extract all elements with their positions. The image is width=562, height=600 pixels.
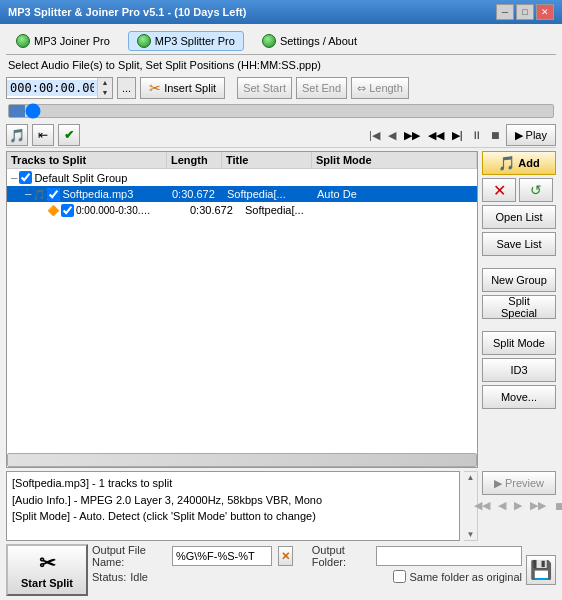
tab-splitter[interactable]: MP3 Splitter Pro — [128, 31, 244, 51]
output-filename-row: Output File Name: ✕ Output Folder: — [92, 544, 522, 568]
group-checkbox[interactable] — [19, 171, 32, 184]
save-output-button[interactable]: 💾 — [526, 555, 556, 585]
same-folder-checkbox[interactable] — [393, 570, 406, 583]
open-list-label: Open List — [495, 211, 542, 223]
save-icon: 💾 — [530, 559, 552, 581]
rew-button[interactable]: ◀◀ — [425, 128, 447, 143]
title-bar: MP3 Splitter & Joiner Pro v5.1 - (10 Day… — [0, 0, 562, 24]
play-icon: ▶ — [515, 129, 523, 142]
status-row: Status: Idle — [92, 571, 148, 583]
remove-track-button[interactable]: ⇤ — [32, 124, 54, 146]
delete-button[interactable]: ✕ — [482, 178, 516, 202]
status-label: Status: — [92, 571, 126, 583]
spin-down[interactable]: ▼ — [98, 88, 112, 98]
group-row[interactable]: ─ Default Split Group — [7, 169, 477, 186]
horizontal-scrollbar[interactable] — [7, 453, 477, 467]
col-header-split: Split Mode — [312, 152, 477, 168]
main-content: MP3 Joiner Pro MP3 Splitter Pro Settings… — [0, 24, 562, 600]
preview-prev[interactable]: ◀ — [495, 498, 509, 513]
col-header-title: Title — [222, 152, 312, 168]
track1-checkbox[interactable] — [47, 188, 60, 201]
table-row[interactable]: ─ 🎵 Softpedia.mp3 0:30.672 Softpedia[...… — [7, 186, 477, 202]
close-button[interactable]: ✕ — [536, 4, 554, 20]
scroll-down-button[interactable]: ▼ — [466, 529, 476, 540]
play-label: Play — [526, 129, 547, 141]
time-input-box[interactable]: ▲ ▼ — [6, 77, 113, 99]
tab-settings-label: Settings / About — [280, 35, 357, 47]
insert-split-label: Insert Split — [164, 82, 216, 94]
add-button[interactable]: 🎵 Add — [482, 151, 556, 175]
col-header-length: Length — [167, 152, 222, 168]
preview-next[interactable]: ▶ — [511, 498, 525, 513]
check-button[interactable]: ✔ — [58, 124, 80, 146]
time-input-row: ▲ ▼ ... ✂ Insert Split Set Start Set End… — [6, 75, 556, 101]
info-line-2: [Audio Info.] - MPEG 2.0 Layer 3, 24000H… — [12, 492, 454, 509]
pause-button[interactable]: ⏸ — [468, 128, 485, 142]
start-split-icon: ✂ — [39, 551, 56, 575]
ff-button[interactable]: ▶▶ — [401, 128, 423, 143]
status-value: Idle — [130, 571, 148, 583]
tab-settings[interactable]: Settings / About — [254, 32, 365, 50]
collapse-icon[interactable]: ─ — [11, 173, 17, 183]
settings-dot — [262, 34, 276, 48]
insert-split-button[interactable]: ✂ Insert Split — [140, 77, 225, 99]
info-box: [Softpedia.mp3] - 1 tracks to split [Aud… — [6, 471, 460, 541]
remove-icon: ⇤ — [38, 128, 48, 142]
preview-stop[interactable]: ⏹ — [551, 498, 563, 513]
app-title: MP3 Splitter & Joiner Pro v5.1 - (10 Day… — [8, 6, 246, 18]
set-start-button[interactable]: Set Start — [237, 77, 292, 99]
split-area: Tracks to Split Length Title Split Mode … — [6, 151, 556, 468]
id3-button[interactable]: ID3 — [482, 358, 556, 382]
start-split-button[interactable]: ✂ Start Split — [6, 544, 88, 596]
length-button[interactable]: ⇔ Length — [351, 77, 409, 99]
time-input[interactable] — [7, 80, 97, 96]
tab-splitter-label: MP3 Splitter Pro — [155, 35, 235, 47]
length-label: Length — [369, 82, 403, 94]
ellipsis-button[interactable]: ... — [117, 77, 136, 99]
scroll-up-button[interactable]: ▲ — [466, 472, 476, 483]
step-fwd-button[interactable]: ▶| — [449, 128, 466, 143]
info-line-3: [Split Mode] - Auto. Detect (click 'Spli… — [12, 508, 454, 525]
track2-icon: 🔶 — [47, 205, 59, 216]
track2-split — [332, 209, 475, 211]
add-track-icon-button[interactable]: 🎵 — [6, 124, 28, 146]
track1-title: Softpedia[... — [224, 187, 314, 201]
clear-filename-button[interactable]: ✕ — [278, 546, 293, 566]
move-button[interactable]: Move... — [482, 385, 556, 409]
new-group-button[interactable]: New Group — [482, 268, 556, 292]
preview-transport: ◀◀ ◀ ▶ ▶▶ ⏹ — [482, 498, 556, 513]
same-folder-row: Same folder as original — [393, 570, 522, 583]
id3-label: ID3 — [510, 364, 527, 376]
tab-joiner[interactable]: MP3 Joiner Pro — [8, 32, 118, 50]
output-filename-input[interactable] — [172, 546, 272, 566]
split-mode-button[interactable]: Split Mode — [482, 331, 556, 355]
preview-rew[interactable]: ◀◀ — [471, 498, 493, 513]
preview-area: ▶ Preview ◀◀ ◀ ▶ ▶▶ ⏹ — [482, 471, 556, 541]
right-buttons: 🎵 Add ✕ ↺ Open List Save List New Group … — [482, 151, 556, 468]
preview-icon: ▶ — [494, 477, 502, 490]
table-row[interactable]: 🔶 0:00.000-0:30.672 0:30.672 Softpedia[.… — [7, 202, 477, 218]
split-special-button[interactable]: Split Special — [482, 295, 556, 319]
stop-button[interactable]: ⏹ — [487, 128, 504, 142]
set-start-label: Set Start — [243, 82, 286, 94]
prev-button[interactable]: ◀ — [385, 128, 399, 143]
track1-length: 0:30.672 — [169, 187, 224, 201]
preview-fwd[interactable]: ▶▶ — [527, 498, 549, 513]
position-slider[interactable] — [8, 104, 554, 118]
save-list-button[interactable]: Save List — [482, 232, 556, 256]
maximize-button[interactable]: □ — [516, 4, 534, 20]
output-folder-input[interactable] — [376, 546, 522, 566]
track1-icon: 🎵 — [33, 189, 45, 200]
track2-name: 0:00.000-0:30.672 — [76, 205, 156, 216]
track2-checkbox[interactable] — [61, 204, 74, 217]
play-button[interactable]: ▶ Play — [506, 124, 556, 146]
open-list-button[interactable]: Open List — [482, 205, 556, 229]
minimize-button[interactable]: ─ — [496, 4, 514, 20]
spin-buttons: ▲ ▼ — [97, 78, 112, 98]
track1-collapse[interactable]: ─ — [25, 189, 31, 199]
preview-button[interactable]: ▶ Preview — [482, 471, 556, 495]
spin-up[interactable]: ▲ — [98, 78, 112, 88]
refresh-button[interactable]: ↺ — [519, 178, 553, 202]
set-end-button[interactable]: Set End — [296, 77, 347, 99]
prev-start-button[interactable]: |◀ — [366, 128, 383, 143]
